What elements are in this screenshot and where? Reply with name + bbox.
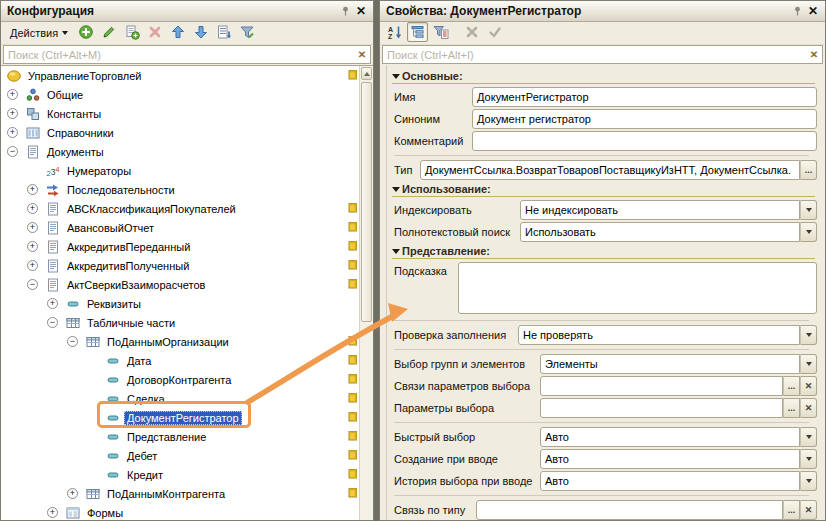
tree-row[interactable]: Сделка [1,389,373,408]
property-value-field[interactable]: Авто [540,471,800,491]
clear-search-icon[interactable] [806,49,822,60]
expand-plus-icon[interactable]: + [27,241,38,252]
tree-item-label[interactable]: Представление [124,430,209,444]
clear-field-button[interactable]: ✕ [800,500,817,520]
tree-row[interactable]: УправлениеТорговлей [1,66,373,85]
tree-item-label[interactable]: Константы [44,107,104,121]
tree-scrollbar[interactable] [359,66,373,520]
expand-plus-icon[interactable]: + [7,127,18,138]
categories-button[interactable] [407,22,428,42]
property-value-field[interactable] [458,262,817,314]
sort-az-button[interactable]: AZ [384,22,405,42]
tree-item-label[interactable]: АккредитивПереданный [64,240,193,254]
scroll-up-button[interactable] [361,67,372,80]
configuration-titlebar[interactable]: Конфигурация [1,1,373,22]
clear-button[interactable] [461,22,482,42]
tree-row[interactable]: −ПоДаннымОрганизации [1,332,373,351]
tree-row[interactable]: Дебет [1,446,373,465]
property-value-field[interactable]: Документ регистратор [472,109,817,129]
clear-field-button[interactable]: ✕ [800,376,817,396]
tree-row[interactable]: +Общие [1,85,373,104]
tree-row[interactable]: +Константы [1,104,373,123]
property-value-field[interactable] [540,398,783,418]
expand-plus-icon[interactable]: + [27,203,38,214]
tree-row[interactable]: +Справочники [1,123,373,142]
scrollbar-thumb[interactable] [361,82,372,322]
expand-minus-icon[interactable]: − [7,146,18,157]
expand-plus-icon[interactable]: + [7,108,18,119]
section-header[interactable]: Использование: [392,183,815,197]
expand-minus-icon[interactable]: − [47,317,58,328]
expand-minus-icon[interactable]: − [67,336,78,347]
property-value-field[interactable] [472,131,817,151]
tree-row[interactable]: +Реквизиты [1,294,373,313]
pin-icon[interactable] [340,6,350,17]
property-value-field[interactable]: ДокументРегистратор [472,87,817,107]
edit-button[interactable] [98,22,119,42]
tree-row[interactable]: +АккредитивПолученный [1,256,373,275]
apply-button[interactable] [484,22,505,42]
configuration-search-input[interactable] [4,49,354,61]
tree-item-label[interactable]: ПоДаннымКонтрагента [104,487,228,501]
expand-minus-icon[interactable]: − [27,279,38,290]
filter-button[interactable] [236,22,257,42]
tree-item-label[interactable]: АктСверкиВзаиморасчетов [64,278,208,292]
tree-item-label[interactable]: Справочники [44,126,117,140]
tree-row[interactable]: +АвансовыйОтчет [1,218,373,237]
close-icon[interactable] [805,4,821,18]
expand-plus-icon[interactable]: + [7,89,18,100]
expand-plus-icon[interactable]: + [27,222,38,233]
dropdown-button[interactable] [800,471,817,491]
tree-item-label[interactable]: ДокументРегистратор [124,411,242,425]
copy-button[interactable] [121,22,142,42]
property-value-field[interactable]: Авто [540,427,800,447]
dropdown-button[interactable] [800,222,817,242]
tree-item-label[interactable]: ПоДаннымОрганизации [104,335,232,349]
tree-row[interactable]: Кредит [1,465,373,484]
clear-field-button[interactable]: ✕ [800,398,817,418]
move-down-button[interactable] [190,22,211,42]
tree-row[interactable]: ДоговорКонтрагента [1,370,373,389]
property-value-field[interactable]: Авто [540,449,800,469]
ellipsis-button[interactable]: ... [783,500,800,520]
expand-plus-icon[interactable]: + [67,488,78,499]
tree-item-label[interactable]: АккредитивПолученный [64,259,192,273]
properties-search-input[interactable] [383,49,806,61]
tree-row[interactable]: +Последовательности [1,180,373,199]
tree-item-label[interactable]: Табличные части [84,316,178,330]
dropdown-button[interactable] [800,449,817,469]
order-button[interactable] [213,22,234,42]
section-header[interactable]: Основные: [392,70,815,84]
tree-item-label[interactable]: Кредит [124,468,166,482]
property-value-field[interactable] [540,376,783,396]
property-value-field[interactable]: ДокументСсылка.ВозвратТоваровПоставщикуИ… [420,160,800,180]
tree-item-label[interactable]: Реквизиты [84,297,144,311]
tree-item-label[interactable]: АВСКлассификацияПокупателей [64,202,239,216]
properties-titlebar[interactable]: Свойства: ДокументРегистратор [380,1,825,22]
tree-item-label[interactable]: Общие [44,88,86,102]
actions-menu-button[interactable]: Действия [4,24,74,42]
ellipsis-button[interactable]: ... [783,398,800,418]
section-header[interactable]: Представление: [392,245,815,259]
expand-plus-icon[interactable]: + [47,298,58,309]
tree-item-label[interactable]: Сделка [124,392,168,406]
ellipsis-button[interactable]: ... [783,376,800,396]
expand-plus-icon[interactable]: + [27,260,38,271]
tree-row[interactable]: −Табличные части [1,313,373,332]
tree-row[interactable]: +ПоДаннымКонтрагента [1,484,373,503]
property-value-field[interactable] [476,500,783,520]
tree-item-label[interactable]: Дата [124,354,154,368]
close-icon[interactable] [353,4,369,18]
tree-item-label[interactable]: Формы [84,506,126,520]
tree-item-label[interactable]: УправлениеТорговлей [25,69,144,83]
tree-row[interactable]: +АккредитивПереданный [1,237,373,256]
dropdown-button[interactable] [800,427,817,447]
tree-row[interactable]: Представление [1,427,373,446]
move-up-button[interactable] [167,22,188,42]
add-button[interactable] [75,22,96,42]
property-value-field[interactable]: Не индексировать [520,200,800,220]
tree-row[interactable]: Дата [1,351,373,370]
tree-item-label[interactable]: ДоговорКонтрагента [124,373,234,387]
tree-item-label[interactable]: Нумераторы [64,164,134,178]
tree-row[interactable]: ДокументРегистратор [1,408,373,427]
